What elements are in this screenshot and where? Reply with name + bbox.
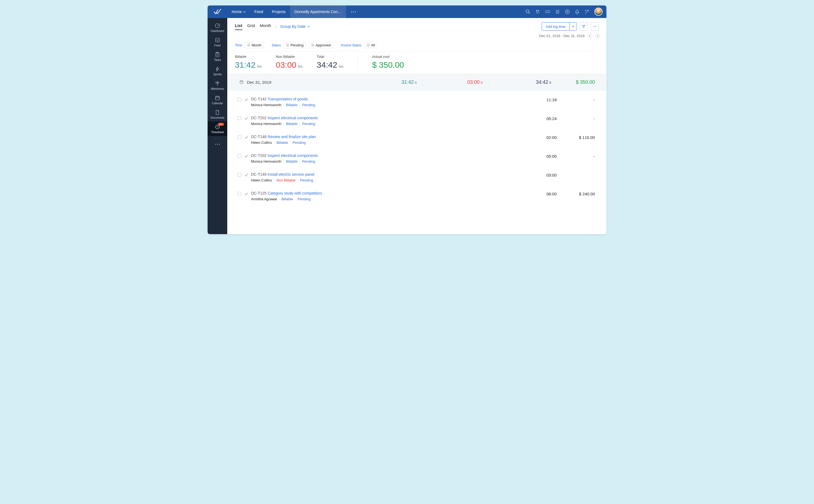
entry-status: Pending [293, 141, 306, 145]
close-icon[interactable] [367, 44, 370, 47]
app-logo[interactable] [208, 5, 227, 18]
sidebar-label: Dashboard [211, 29, 224, 32]
close-icon[interactable] [311, 44, 314, 47]
filter-button[interactable] [579, 22, 588, 31]
task-name-link[interactable]: Install electric service panel [268, 172, 314, 177]
dots-icon [593, 25, 596, 28]
entry-checkbox[interactable] [238, 117, 241, 120]
nav-home[interactable]: Home [227, 5, 250, 18]
entry-hours: 05:24 [510, 116, 557, 121]
entry-checkbox[interactable] [238, 98, 241, 101]
date-range-row: Dec 01, 2019 - Dec 31, 2019 [227, 31, 606, 38]
tab-grid[interactable]: Grid [247, 23, 255, 30]
entry-content: DC-T202 Inspect electrical componentsMon… [251, 116, 510, 126]
filter-label-invoice: Invoice Status [341, 43, 361, 47]
add-dropdown[interactable] [569, 23, 576, 30]
more-options-button[interactable] [590, 22, 599, 31]
close-icon[interactable] [247, 44, 250, 47]
entry-hours: 05:00 [510, 153, 557, 159]
bell-icon[interactable] [575, 9, 579, 14]
filter-chip-approved[interactable]: Approved [309, 42, 333, 48]
group-by-dropdown[interactable]: Group By Date [280, 24, 310, 29]
date-prev-button[interactable] [587, 33, 592, 38]
tab-list[interactable]: List [235, 23, 242, 30]
notification-badge: 99+ [218, 123, 224, 126]
filter-label-status: Status [272, 43, 281, 47]
alarm-icon[interactable] [555, 9, 560, 14]
chevron-right-icon [596, 35, 599, 37]
nav-feed[interactable]: Feed [250, 5, 268, 18]
entry-user: Monica Hemsworth [251, 103, 281, 107]
add-log-time-button[interactable]: Add log time [542, 22, 577, 31]
entry-checkbox[interactable] [238, 154, 241, 158]
calendar-icon [239, 80, 244, 84]
svg-point-6 [217, 39, 217, 40]
entry-cost [557, 172, 595, 173]
sidebar-item-sprints[interactable]: Sprints [208, 64, 227, 78]
entry-checkbox[interactable] [238, 173, 241, 177]
entry-billable-status: Non Billable [277, 178, 295, 182]
entry-content: DC-T148 Review and finalize site planHel… [251, 135, 510, 145]
entry-billable-status: Billable [286, 159, 298, 163]
task-id: DC-T149 [251, 172, 268, 177]
chevron-left-icon [588, 35, 591, 37]
top-nav: Home Feed Projects Donnelly Apartments C… [227, 5, 361, 18]
entry-content: DC-T125 Category study with competitorsA… [251, 191, 510, 201]
main-content: List Grid Month - Group By Date Add log … [227, 18, 606, 234]
user-avatar[interactable] [594, 8, 602, 16]
entry-checkbox[interactable] [238, 135, 241, 139]
gamepad-icon[interactable] [545, 9, 550, 14]
task-name-link[interactable]: Inspect electrical components [268, 153, 318, 158]
close-icon[interactable] [286, 44, 289, 47]
entry-status: Pending [298, 197, 311, 201]
filter-label-time: Time [235, 43, 242, 47]
sidebar: Dashboard Feed Tasks Sprints Milestones … [208, 18, 227, 234]
sidebar-item-tasks[interactable]: Tasks [208, 49, 227, 64]
check-icon [245, 98, 248, 102]
tab-month[interactable]: Month [260, 23, 271, 30]
group-total: 34:42h [494, 79, 551, 85]
sidebar-more[interactable] [215, 142, 220, 147]
entry-row: DC-T202 Inspect electrical componentsMon… [238, 149, 595, 168]
entry-user: Monica Hemsworth [251, 122, 281, 126]
entry-user: Amritha Agrawal [251, 197, 277, 201]
signpost-icon [215, 81, 220, 86]
sidebar-item-calendar[interactable]: Calendar [208, 93, 227, 107]
filter-chip-pending[interactable]: Pending [284, 42, 306, 48]
entry-hours: 11:18 [510, 97, 557, 102]
entry-content: DC-T142 Transportation of goodsMonica He… [251, 97, 510, 107]
entry-status: Pending [300, 178, 313, 182]
entry-cost: - [557, 153, 595, 159]
sidebar-label: Tasks [214, 58, 221, 61]
top-bar: Home Feed Projects Donnelly Apartments C… [208, 5, 606, 18]
task-name-link[interactable]: Category study with competitors [268, 191, 322, 195]
plug-icon[interactable] [535, 9, 540, 14]
sidebar-item-feed[interactable]: Feed [208, 35, 227, 49]
sidebar-item-dashboard[interactable]: Dashboard [208, 20, 227, 35]
filter-chip-invoice[interactable]: All [364, 42, 377, 48]
task-name-link[interactable]: Review and finalize site plan [268, 135, 316, 139]
nav-projects[interactable]: Projects [268, 5, 290, 18]
entry-hours: 02:00 [510, 135, 557, 140]
task-name-link[interactable]: Inspect electrical components [268, 116, 318, 120]
group-non-billable: 03:00h [428, 79, 483, 85]
svg-point-7 [218, 39, 219, 40]
filter-chip-time[interactable]: Month [245, 42, 264, 48]
sidebar-item-timesheet[interactable]: 99+ Timesheet [208, 121, 227, 136]
entry-cost: - [557, 116, 595, 121]
search-icon[interactable] [525, 9, 530, 14]
entry-checkbox[interactable] [238, 192, 241, 195]
date-next-button[interactable] [595, 33, 600, 38]
task-name-link[interactable]: Transportation of goods [268, 97, 308, 101]
sidebar-item-documents[interactable]: Documents [208, 107, 227, 121]
view-tabs: List Grid Month [235, 23, 271, 30]
plus-circle-icon[interactable] [565, 9, 570, 14]
task-id: DC-T202 [251, 116, 268, 120]
sidebar-item-milestones[interactable]: Milestones [208, 78, 227, 93]
group-billable: 31:42h [368, 79, 417, 85]
entry-row: DC-T148 Review and finalize site planHel… [238, 130, 595, 149]
nav-more[interactable] [346, 11, 361, 12]
tools-icon[interactable] [584, 9, 589, 14]
entry-cost: $ 110.00 [557, 135, 595, 140]
nav-project-tab[interactable]: Donnelly Apartments Con… [290, 5, 346, 18]
